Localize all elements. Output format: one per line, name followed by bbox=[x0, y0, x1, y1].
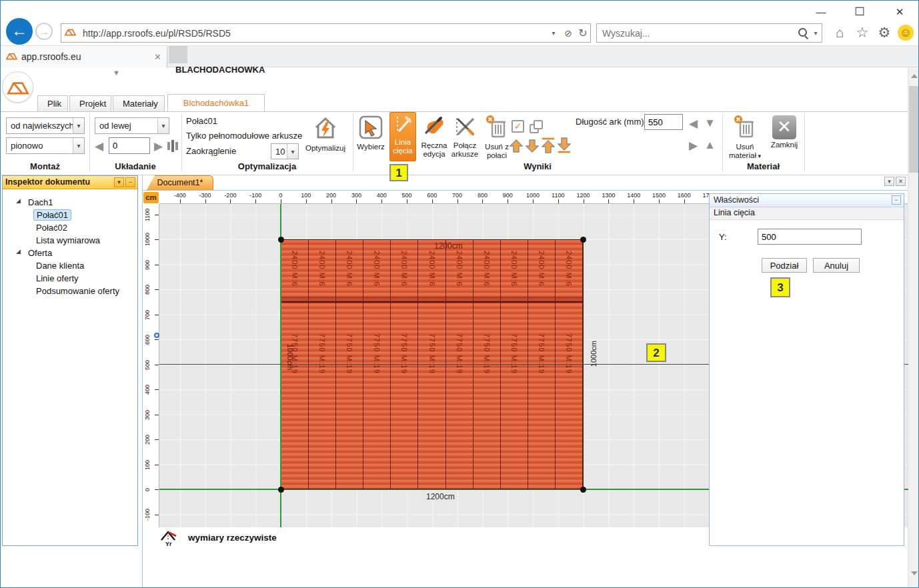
move-up-icon[interactable] bbox=[510, 139, 523, 155]
tree-item-po-a-02[interactable]: Połać02 bbox=[36, 221, 67, 234]
nudge-up-icon[interactable]: ▲ bbox=[704, 139, 716, 152]
roof-sheet-column[interactable]: 2400 M:67750 M:19 bbox=[528, 240, 556, 489]
tree-expand-icon[interactable]: ◢ bbox=[16, 197, 21, 204]
remove-from-surface-button[interactable]: Usuń z połaci bbox=[481, 113, 513, 161]
search-icon[interactable] bbox=[796, 27, 810, 40]
inspector-menu-icon[interactable]: ▾ bbox=[114, 177, 124, 187]
tree-expand-icon[interactable]: ◢ bbox=[16, 248, 21, 255]
tree-item-oferta[interactable]: Oferta bbox=[28, 247, 52, 259]
tree-item-podsumowanie-oferty[interactable]: Podsumowanie oferty bbox=[36, 285, 119, 297]
search-input[interactable] bbox=[597, 28, 796, 39]
scroll-up-icon[interactable] bbox=[908, 69, 919, 83]
rounding-caret-icon[interactable]: ▾ bbox=[287, 144, 298, 159]
sort-order-combo[interactable]: od najwiekszych ▾ bbox=[6, 117, 85, 134]
cut-y-input[interactable] bbox=[758, 229, 862, 245]
forward-button[interactable]: → bbox=[35, 23, 53, 40]
ruler-unit-badge[interactable]: cm bbox=[143, 192, 159, 203]
stop-icon[interactable]: ⊘ bbox=[561, 28, 576, 39]
address-bar[interactable]: ▾ ⊘ ↻ bbox=[61, 23, 591, 43]
settings-gear-icon[interactable]: ⚙ bbox=[874, 23, 894, 43]
new-tab-button[interactable] bbox=[169, 46, 187, 63]
ribbon-tab-materialy[interactable]: Materiały bbox=[113, 95, 165, 111]
stacked-sheets-icon[interactable] bbox=[530, 120, 543, 133]
h-ruler-tick-mark bbox=[180, 199, 181, 203]
properties-minimize-icon[interactable]: − bbox=[892, 195, 901, 205]
split-button[interactable]: Podział bbox=[762, 258, 807, 273]
favorites-star-icon[interactable]: ☆ bbox=[852, 23, 872, 43]
cancel-button[interactable]: Anuluj bbox=[813, 258, 860, 273]
address-dropdown-icon[interactable]: ▾ bbox=[546, 29, 561, 37]
roof-sheet-column[interactable]: 2400 M:67750 M:19 bbox=[556, 240, 583, 489]
full-sheets-label[interactable]: Tylko pełnomodułowe arkusze bbox=[186, 131, 302, 141]
roof-sheet-column[interactable]: 2400 M:67750 M:19 bbox=[281, 240, 309, 489]
roof-sheet-column[interactable]: 2400 M:67750 M:19 bbox=[336, 240, 363, 489]
canvas-close-icon[interactable]: ✕ bbox=[896, 177, 906, 186]
offset-right-icon[interactable]: ▶ bbox=[154, 139, 163, 153]
move-down-icon[interactable] bbox=[526, 139, 539, 155]
sheet-length-input[interactable] bbox=[644, 114, 683, 130]
rounding-combo[interactable]: 10 ▾ bbox=[271, 143, 299, 159]
feedback-smiley-icon[interactable]: ☺ bbox=[898, 25, 914, 41]
close-material-button[interactable]: ✕ Zamknij bbox=[766, 113, 802, 165]
orientation-combo[interactable]: pionowo ▾ bbox=[6, 137, 85, 154]
roof-sheet-column[interactable]: 2400 M:67750 M:19 bbox=[363, 240, 391, 489]
roof-sheet-column[interactable]: 2400 M:67750 M:19 bbox=[391, 240, 418, 489]
scrollbar-thumb[interactable] bbox=[909, 86, 919, 173]
merge-sheets-tool-button[interactable]: Połącz arkusze bbox=[449, 113, 481, 161]
roof-sheet-column[interactable]: 2400 M:67750 M:19 bbox=[418, 240, 445, 489]
back-button[interactable]: ← bbox=[6, 18, 33, 45]
minimize-button[interactable]: — bbox=[808, 5, 834, 19]
offset-left-icon[interactable]: ◀ bbox=[95, 139, 103, 153]
offset-input[interactable] bbox=[109, 137, 150, 154]
inspector-minimize-icon[interactable]: − bbox=[125, 177, 135, 187]
direction-combo[interactable]: od lewej ▾ bbox=[95, 117, 169, 134]
tree-item-po-a-01[interactable]: Połać01 bbox=[36, 209, 71, 221]
manual-edit-tool-button[interactable]: Ręczna edycja bbox=[418, 113, 450, 161]
optimize-button[interactable]: Optymalizuj bbox=[302, 113, 349, 161]
select-tool-button[interactable]: Wybierz bbox=[355, 113, 387, 161]
ribbon-tab-blachodachowka[interactable]: Blchodachówka1 bbox=[167, 94, 265, 111]
ribbon-tab-plik[interactable]: Plik bbox=[37, 95, 68, 111]
inspector-header[interactable]: Inspektor dokumentu ▾ − bbox=[3, 176, 137, 189]
maximize-button[interactable]: ☐ bbox=[846, 5, 873, 19]
sort-order-caret-icon[interactable]: ▾ bbox=[73, 118, 84, 133]
home-icon[interactable]: ⌂ bbox=[830, 23, 850, 43]
tree-item-dane-klienta[interactable]: Dane klienta bbox=[36, 259, 84, 272]
properties-header[interactable]: Właściwości − bbox=[710, 194, 904, 207]
distribute-bars-icon[interactable] bbox=[167, 140, 178, 154]
orientation-caret-icon[interactable]: ▾ bbox=[73, 138, 84, 153]
move-to-bottom-icon[interactable] bbox=[558, 137, 571, 155]
cut-line-tool-button[interactable]: Linia cięcia bbox=[389, 112, 416, 161]
page-scrollbar[interactable] bbox=[908, 67, 919, 588]
roof-surface[interactable]: 2400 M:67750 M:192400 M:67750 M:192400 M… bbox=[281, 239, 584, 489]
select-all-checkbox-icon[interactable]: ✓ bbox=[512, 120, 524, 133]
collapse-caret-icon[interactable]: ▼ bbox=[113, 69, 120, 77]
roof-sheet-column[interactable]: 2400 M:67750 M:19 bbox=[474, 240, 501, 489]
close-button[interactable]: ✕ bbox=[886, 5, 913, 19]
document-tab[interactable]: Document1* bbox=[147, 175, 213, 190]
direction-caret-icon[interactable]: ▾ bbox=[157, 118, 169, 133]
tree-item-lista-wymiarowa[interactable]: Lista wymiarowa bbox=[36, 234, 100, 247]
tree-item-linie-oferty[interactable]: Linie oferty bbox=[36, 272, 79, 285]
remove-material-button[interactable]: Usuń materiał ▾ bbox=[726, 113, 764, 165]
scroll-down-icon[interactable] bbox=[908, 566, 919, 581]
browser-tab[interactable]: app.rsroofs.eu ✕ bbox=[1, 46, 167, 67]
roof-sheet-column[interactable]: 2400 M:67750 M:19 bbox=[501, 240, 528, 489]
search-dropdown-icon[interactable]: ▾ bbox=[810, 29, 822, 37]
move-to-top-icon[interactable] bbox=[542, 137, 555, 155]
canvas-minimize-icon[interactable]: ▾ bbox=[884, 177, 894, 186]
nudge-right-icon[interactable]: ▶ bbox=[689, 139, 698, 153]
tree-item-dach1[interactable]: Dach1 bbox=[28, 196, 53, 209]
refresh-icon[interactable]: ↻ bbox=[576, 27, 590, 39]
v-ruler-tick-label: 100 bbox=[144, 453, 152, 476]
cut-line-label-1: Linia bbox=[390, 138, 415, 147]
nudge-left-icon[interactable]: ◀ bbox=[689, 117, 698, 131]
h-ruler-tick-label: 300 bbox=[345, 192, 367, 199]
roof-sheet-column[interactable]: 2400 M:67750 M:19 bbox=[309, 240, 336, 489]
nudge-down-icon[interactable]: ▼ bbox=[704, 117, 716, 130]
roof-sheet-column[interactable]: 2400 M:67750 M:19 bbox=[446, 240, 474, 489]
ribbon-tab-projekt[interactable]: Projekt bbox=[69, 95, 111, 111]
url-input[interactable] bbox=[79, 28, 546, 39]
tab-close-icon[interactable]: ✕ bbox=[154, 52, 161, 62]
search-box[interactable]: ▾ bbox=[596, 23, 822, 43]
